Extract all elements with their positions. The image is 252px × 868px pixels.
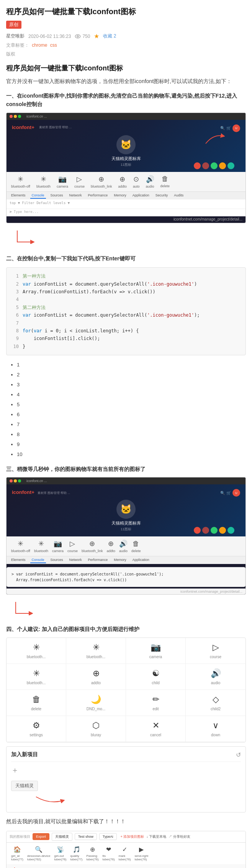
- devtab-sources-2[interactable]: Sources: [49, 557, 65, 563]
- url-bar-2: iconfont.cn ...: [26, 479, 47, 483]
- tianmao-section: 🐱 天猫精灵图标库 11图标: [12, 132, 240, 167]
- code-text-6: var iconFontList = document.querySelecto…: [23, 311, 240, 319]
- color-dots: [194, 162, 234, 169]
- del2-label: delete: [131, 549, 141, 553]
- line-num-7: 7: [12, 319, 19, 327]
- star-icon[interactable]: ★: [94, 33, 99, 40]
- list-item-8: 8: [17, 430, 246, 440]
- icon-cell-bluetooth2: ✳ bluetooth...: [66, 638, 126, 664]
- intro-text: 官方并没有一键加入图标购物车的选项，当你想用全部iconfont图标时,可以试试…: [6, 77, 246, 86]
- cdot-t-2: [227, 527, 234, 534]
- devtab-perf-2[interactable]: Performance: [87, 557, 110, 563]
- label-bluetooth2: bluetooth...: [87, 655, 105, 659]
- final-glyph-home: 🏠: [13, 846, 21, 853]
- glyph-settings: ⚙: [33, 721, 40, 731]
- icon-cell-bluetooth1: ✳ bluetooth...: [7, 638, 66, 664]
- icon-mock-course: ▷ course: [74, 175, 85, 188]
- blink-label: bluetooth_link: [91, 185, 112, 188]
- tianmao-circle: 🐱: [116, 135, 136, 154]
- final-arrow-svg: [13, 866, 36, 868]
- add-project-title: 加入新项目: [11, 751, 38, 758]
- devtools-tab-elements[interactable]: Elements: [10, 193, 27, 199]
- code-text-9: iconFontlist[i].click();: [23, 335, 240, 342]
- icon-mock-time: ⊙ auto: [133, 175, 140, 188]
- icon-mock-aud2: 🔊audio: [119, 539, 128, 553]
- devtab-mem-2[interactable]: Memory: [112, 557, 128, 563]
- nav-items: 素材库 图标管理 帮助 ...: [39, 125, 72, 129]
- del2-icon: 🗑: [133, 540, 139, 548]
- icon-cell-audio: 🔊 audio: [186, 664, 245, 690]
- code-text-3: Array.from(iconFontList).forEach(v => v.…: [23, 288, 240, 296]
- collect-link[interactable]: 收藏 2: [103, 33, 116, 39]
- course-icon: ▷: [77, 175, 82, 183]
- icon-cell-delete: 🗑 delete: [7, 690, 66, 716]
- final-tab-export[interactable]: Export: [33, 833, 49, 840]
- glyph-bluray: ⬡: [92, 721, 100, 731]
- project-tag-tianmao[interactable]: 天猫精灵: [11, 781, 38, 791]
- code-line-7: 7: [12, 319, 240, 327]
- icons-real-grid: ✳ bluetooth... ✳ bluetooth... 📷 camera ▷…: [6, 638, 246, 742]
- final-tab-testshow[interactable]: Test show: [75, 833, 97, 840]
- download-btn[interactable]: ↓ 下载至本地: [146, 834, 166, 839]
- code-block: 1 第一种方法 2 var iconFontList = document.qu…: [6, 267, 246, 355]
- camera-icon: 📷: [58, 175, 67, 183]
- line-num-10: 10: [12, 343, 19, 350]
- icon-mock-delete: 🗑 delete: [160, 175, 170, 188]
- bt2-label: bluetooth: [34, 549, 48, 553]
- devtools-tab-network[interactable]: Network: [68, 193, 83, 199]
- devtools-tab-memory[interactable]: Memory: [112, 193, 128, 199]
- final-project-label: 我的图标项目: [10, 834, 30, 839]
- refresh-icon[interactable]: ↺: [236, 751, 241, 758]
- label-down: down: [211, 733, 220, 737]
- code-text-7: [23, 319, 240, 327]
- add-project-btn[interactable]: + 添加项目图标: [121, 834, 144, 839]
- final-label-check: markluber(76): [119, 854, 131, 861]
- cdot-r2-2: [202, 527, 209, 534]
- color-dots-2: [194, 527, 234, 534]
- share-btn[interactable]: ↗ 分享给好友: [169, 834, 190, 839]
- original-badge: 原创: [6, 21, 21, 29]
- bt2-icon: ✳: [38, 539, 44, 548]
- devtools-tab-sources[interactable]: Sources: [49, 193, 65, 199]
- code-text-1: 第一种方法: [23, 272, 240, 280]
- devtools-tab-console[interactable]: Console: [30, 193, 46, 199]
- final-tab-tianmao[interactable]: 天猫精灵: [52, 833, 72, 841]
- final-label-wifi: get-outluber(76): [54, 854, 67, 861]
- final-icon-home: 🏠 get_atluber(77): [11, 846, 23, 861]
- tag-css[interactable]: css: [50, 43, 57, 48]
- add2-icon: ⊕: [108, 539, 114, 548]
- icon-cell-bluray: ⬡ bluray: [66, 716, 126, 742]
- article-date: 2020-06-02 11:36:23: [28, 34, 71, 39]
- final-glyph-check: ✓: [122, 846, 127, 853]
- devtools-code-2: > var iconFontList = document.querySelec…: [7, 567, 245, 587]
- code-line-8: 8 for(var i = 0; i < iconList.length; i+…: [12, 327, 240, 335]
- final-tab-typeai[interactable]: TypeAi: [99, 833, 117, 840]
- final-glyph-music: 🎵: [73, 846, 80, 853]
- devtools-tab-performance[interactable]: Performance: [87, 193, 110, 199]
- icons-grid-mock: ✳ bluetooth-off ✳ bluetooth 📷 camera ▷ c…: [7, 172, 245, 191]
- cdot-teal: [227, 162, 234, 169]
- number-list: 1 2 3 4 5 6 7 8 9 10: [6, 360, 246, 459]
- project-tag-row: 天猫精灵: [11, 778, 241, 791]
- glyph-down: ∨: [213, 721, 219, 731]
- devtools-footer-text: iconfontnet.com/manage_project/detail...: [7, 216, 245, 223]
- devtab-network-2[interactable]: Network: [68, 557, 83, 563]
- screenshot-1: iconfont.cn ... iconfont+ 素材库 图标管理 帮助 ..…: [6, 113, 246, 223]
- dot-yellow: [14, 115, 17, 118]
- plus-icon: ＋: [11, 765, 19, 775]
- project-arrow-svg: [34, 795, 65, 806]
- icon-mock-bluetooth: ✳ bluetooth-off: [11, 175, 30, 188]
- icon-mock-bl2: ⊕bluetooth_link: [82, 539, 103, 553]
- devtab-elements-2[interactable]: Elements: [10, 557, 27, 563]
- devtools-tab-application[interactable]: Application: [131, 193, 151, 199]
- glyph-cancel: ✕: [152, 721, 159, 731]
- devtools-tab-audits[interactable]: Audits: [172, 193, 185, 199]
- devtab-app-2[interactable]: Application: [131, 557, 151, 563]
- devtools-console[interactable]: > Type here...: [7, 209, 245, 216]
- conclusion-text: 然后去我的项目,就可以批量编辑和下载了！！！！: [6, 817, 246, 826]
- devtools-tab-security[interactable]: Security: [154, 193, 170, 199]
- devtab-console-2[interactable]: Console: [30, 557, 46, 563]
- tag-chrome[interactable]: chrome: [32, 43, 47, 48]
- cam2-label: camera: [52, 549, 64, 553]
- blink-icon: ⊕: [98, 175, 104, 183]
